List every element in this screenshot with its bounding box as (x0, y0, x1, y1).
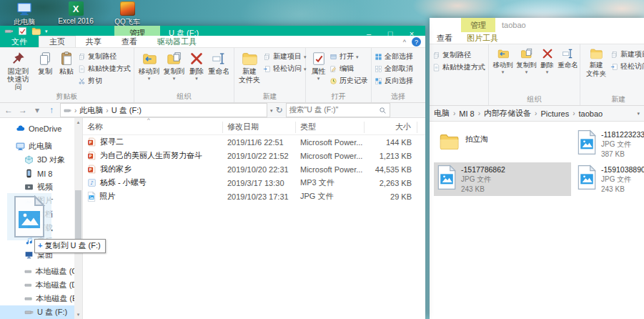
select-none-button[interactable]: 全部取消 (375, 64, 413, 74)
file-size: 44,535 KB (365, 165, 417, 174)
new-item-button[interactable]: 新建项目▾ (263, 51, 307, 62)
desktop-icon-qq-speed[interactable]: QQ飞车 (107, 1, 147, 27)
dropdown-icon: ▾ (148, 76, 151, 81)
taobao-address-bar[interactable]: 电脑 › MI 8 › 内部存储设备 › Pictures › taobao ▾ (430, 106, 644, 122)
move-to-button[interactable]: 移动到▾ (492, 46, 514, 76)
file-name: 探寻二 (100, 137, 124, 147)
breadcrumb[interactable]: U 盘 (F:) (112, 105, 142, 116)
tab-share[interactable]: 共享 (76, 36, 112, 47)
easy-access-button[interactable]: 轻松访问▾ (610, 62, 644, 72)
easy-access-button[interactable]: 轻松访问▾ (263, 64, 307, 74)
paste-button[interactable]: 粘贴 (56, 49, 76, 77)
tab-view[interactable]: 查看 (112, 36, 147, 47)
qat-dropdown-icon[interactable]: ▾ (45, 29, 48, 34)
image-tile-selected[interactable]: -1517786862 JPG 文件 243 KB (434, 162, 571, 196)
sidebar-item-local-disk-c[interactable]: 本地磁盘 (C:) (0, 265, 82, 278)
breadcrumb[interactable]: 此电脑 (79, 105, 103, 116)
desktop-icon-this-pc[interactable]: 此电脑 (4, 1, 44, 27)
column-header-date[interactable]: 修改日期 (223, 122, 296, 133)
copy-path-button[interactable]: 复制路径 (432, 50, 485, 60)
properties-check-icon[interactable] (18, 26, 27, 36)
ribbon-collapse-icon[interactable]: ^ (403, 39, 406, 46)
table-row[interactable]: 照片 2019/10/23 17:31 JPG 文件 29 KB (83, 190, 425, 203)
mp3-file-icon (87, 178, 96, 187)
sidebar-item-local-disk-e[interactable]: 本地磁盘 (E:) (0, 292, 82, 305)
up-icon[interactable]: ↑ (46, 105, 57, 115)
refresh-icon[interactable]: ↻ (276, 105, 283, 115)
breadcrumb[interactable]: Pictures (540, 109, 569, 118)
desktop-icon-excel[interactable]: X Excel 2016 (56, 1, 96, 27)
image-tile[interactable]: -1591038890 JPG 文件 243 KB (574, 162, 644, 196)
address-dropdown-icon[interactable]: ▾ (270, 108, 273, 113)
help-icon[interactable]: ? (412, 37, 421, 46)
delete-button[interactable]: 删除▾ (539, 46, 555, 76)
forward-icon[interactable]: → (17, 105, 29, 115)
sidebar-item-this-pc[interactable]: 此电脑 (0, 139, 82, 153)
edit-button[interactable]: 编辑 (330, 64, 368, 74)
new-folder-button[interactable]: 新建文件夹 (237, 49, 262, 85)
history-button[interactable]: 历史记录 (330, 76, 368, 86)
copy-path-button[interactable]: 复制路径 (78, 51, 131, 62)
image-tile[interactable]: -1181223233 JPG 文件 387 KB (574, 127, 644, 161)
taobao-manage-tab[interactable]: 管理 (461, 18, 495, 32)
properties-button[interactable]: 属性▾ (309, 49, 328, 82)
sidebar-item-3d-objects[interactable]: 3D 对象 (0, 153, 82, 167)
tab-file[interactable]: 文件 (0, 36, 39, 47)
scroll-up-icon[interactable]: ▴ (77, 119, 80, 125)
copy-to-button[interactable]: 复制到▾ (515, 46, 538, 76)
breadcrumb[interactable]: taobao (579, 109, 603, 118)
tab-home[interactable]: 主页 (39, 36, 76, 47)
paste-shortcut-button[interactable]: 粘贴快捷方式 (78, 64, 131, 74)
taobao-titlebar[interactable]: 管理 taobao (430, 18, 644, 32)
paste-shortcut-button[interactable]: 粘贴快捷方式 (432, 62, 485, 72)
delete-button[interactable]: 删除▾ (187, 49, 206, 82)
breadcrumb-bar[interactable]: › 此电脑 › U 盘 (F:) (60, 103, 267, 117)
scroll-down-icon[interactable]: ▾ (77, 312, 80, 318)
tab-view[interactable]: 查看 (430, 32, 460, 44)
copy-to-button[interactable]: 复制到▾ (162, 49, 186, 82)
table-row[interactable]: 为自己的美丽人生而努力奋斗 2019/10/22 21:52 Microsoft… (83, 149, 425, 162)
table-row[interactable]: 杨烁 - 小螺号 2019/3/17 13:30 MP3 文件 2,263 KB (83, 176, 425, 190)
new-folder-button[interactable]: 新建文件夹 (583, 46, 609, 79)
sidebar-item-local-disk-d[interactable]: 本地磁盘 (D:) (0, 278, 82, 292)
sidebar-item-usb-f[interactable]: U 盘 (F:) (0, 305, 82, 319)
file-name: 为自己的美丽人生而努力奋斗 (100, 150, 202, 161)
group-label-organize: 组织 (134, 92, 234, 102)
invert-selection-button[interactable]: 反向选择 (375, 76, 413, 86)
history-dropdown-icon[interactable]: ▾ (31, 106, 43, 114)
breadcrumb[interactable]: 内部存储设备 (484, 108, 531, 119)
address-dropdown-icon[interactable]: ▾ (637, 111, 640, 116)
rename-button[interactable]: 重命名 (557, 46, 579, 70)
table-row[interactable]: 我的家乡 2019/10/20 22:31 Microsoft Power...… (83, 162, 425, 176)
column-header-size[interactable]: 大小 (365, 122, 417, 133)
tab-drive-tools[interactable]: 驱动器工具 (147, 36, 207, 47)
folder-tile[interactable]: 拍立淘 (434, 127, 571, 161)
copy-button[interactable]: 复制 (35, 49, 55, 77)
new-folder-icon[interactable] (31, 26, 41, 36)
rename-button[interactable]: 重命名 (207, 49, 231, 77)
file-date: 2019/10/20 22:31 (223, 165, 296, 174)
tab-picture-tools[interactable]: 图片工具 (460, 32, 505, 44)
sidebar-item-onedrive[interactable]: OneDrive (0, 122, 82, 135)
search-input[interactable]: 搜索"U 盘 (F:)" (286, 103, 390, 117)
pin-quick-access-button[interactable]: 固定到快速访问 (3, 49, 34, 92)
new-item-button[interactable]: 新建项目▾ (610, 49, 644, 59)
sidebar-item-mi8[interactable]: MI 8 (0, 167, 82, 180)
drag-ghost-image-file[interactable] (7, 193, 51, 240)
breadcrumb[interactable]: MI 8 (459, 109, 474, 118)
select-all-button[interactable]: 全部选择 (375, 51, 413, 62)
excel-icon: X (67, 1, 84, 16)
move-to-button[interactable]: 移动到▾ (137, 49, 161, 82)
cut-button[interactable]: 剪切 (78, 76, 131, 86)
open-button[interactable]: 打开▾ (330, 51, 368, 62)
file-name: -1591038890 (601, 165, 644, 174)
usb-titlebar[interactable]: ▾ 管理 U 盘 (F:) – □ × (0, 26, 425, 36)
sidebar-scrollbar[interactable]: ▴ ▾ (74, 118, 82, 319)
column-header-name[interactable]: ^名称 (83, 122, 223, 133)
back-icon[interactable]: ← (3, 105, 14, 115)
column-header-type[interactable]: 类型 (296, 122, 365, 133)
breadcrumb[interactable]: 电脑 (434, 108, 450, 119)
table-row[interactable]: 探寻二 2019/11/6 22:51 Microsoft Power... 1… (83, 135, 425, 149)
sidebar-item-videos[interactable]: 视频 (0, 180, 82, 194)
file-type: JPG 文件 (461, 175, 505, 185)
